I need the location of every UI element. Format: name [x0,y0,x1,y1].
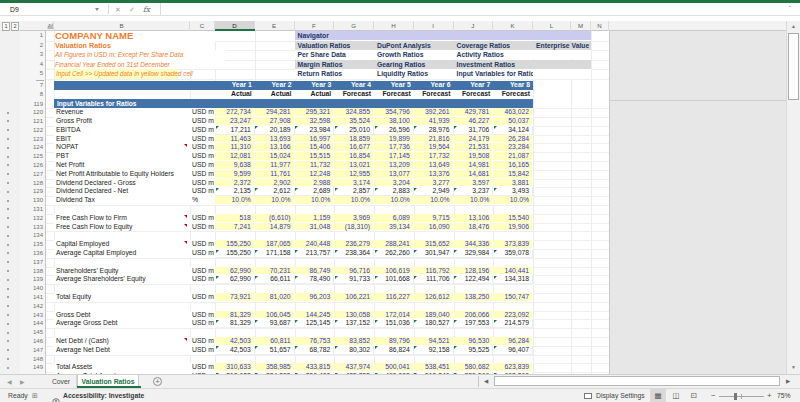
cell-143-y2[interactable]: 106,045 [255,311,295,320]
row-144-unit[interactable]: USD m [190,319,215,328]
cell-149-y7[interactable]: 580,682 [454,363,494,372]
cell-125-y1[interactable]: 12,081 [215,152,255,161]
cell-121-y4[interactable]: 35,524 [334,117,374,126]
cell-130-y2[interactable]: 10.0% [255,196,295,205]
cell-129-y1[interactable]: 2,135 [215,187,255,196]
cell-135-y5[interactable]: 288,241 [374,240,414,249]
cell-133-y5[interactable]: 39,134 [374,223,414,232]
cell-128-y5[interactable]: 3,204 [374,179,414,188]
cell-136-y6[interactable]: 301,947 [414,249,454,258]
cell-123-y6[interactable]: 21,816 [414,135,454,144]
row-number-123[interactable]: 123 [20,135,43,144]
cell-122-y7[interactable]: 31,706 [454,126,494,135]
column-header-I[interactable]: I [414,21,454,31]
cell-128-y8[interactable]: 3,881 [493,179,533,188]
row-number-148[interactable]: 148 [20,355,43,364]
cell-146-y5[interactable]: 89,796 [374,337,414,346]
cell-124-y1[interactable]: 11,310 [215,143,255,152]
row-141-label[interactable]: Total Equity [54,293,190,302]
cell-127-y4[interactable]: 12,955 [334,170,374,179]
cell-127-y5[interactable]: 13,077 [374,170,414,179]
cell-147-y1[interactable]: 42,503 [215,346,255,355]
cell-141-y1[interactable]: 73,921 [215,293,255,302]
cell-124-y6[interactable]: 19,564 [414,143,454,152]
hscroll-right-icon[interactable]: ▶ [786,378,790,384]
cell-149-y4[interactable]: 437,974 [334,363,374,372]
cell-128-y3[interactable]: 2,988 [295,179,335,188]
cell-129-y4[interactable]: 2,857 [334,187,374,196]
row-120-label[interactable]: Revenue [54,108,190,117]
row-number-121[interactable]: 121 [20,117,43,126]
cell-139-y4[interactable]: 91,733 [334,275,374,284]
cell-139-y8[interactable]: 134,318 [493,275,533,284]
row-123-unit[interactable]: USD m [190,135,215,144]
row-number-125[interactable]: 125 [20,152,43,161]
row-144-label[interactable]: Average Gross Debt [54,319,190,328]
formula-bar-expand-icon[interactable]: ˆ [789,5,791,11]
cell-120-y4[interactable]: 324,855 [334,108,374,117]
cell-124-y5[interactable]: 17,736 [374,143,414,152]
row-139-unit[interactable]: USD m [190,275,215,284]
row-number-138[interactable]: 138 [20,267,43,276]
row-147-label[interactable]: Average Net Debt [54,346,190,355]
new-sheet-button[interactable]: + [153,377,162,386]
nav-link-activity-ratios[interactable]: Activity Ratios [454,50,534,59]
cell-120-y1[interactable]: 272,734 [215,108,255,117]
cell-146-y3[interactable]: 76,753 [295,337,335,346]
cell-125-y6[interactable]: 17,732 [414,152,454,161]
cell-138-y6[interactable]: 116,792 [414,267,454,276]
row-141-unit[interactable]: USD m [190,293,215,302]
select-all-corner[interactable] [47,23,53,29]
cell-141-y5[interactable]: 116,227 [374,293,414,302]
row-121-unit[interactable]: USD m [190,117,215,126]
row-number-140[interactable]: 140 [20,284,43,293]
row-146-label[interactable]: Net Debt / (Cash) [54,337,190,346]
cell-132-y6[interactable]: 9,715 [414,214,454,223]
outline-level-button-2[interactable]: 2 [11,22,19,31]
row-143-label[interactable]: Gross Debt [54,311,190,320]
cell-132-y4[interactable]: 3,969 [334,214,374,223]
cell-143-y6[interactable]: 189,040 [414,311,454,320]
cell-149-y2[interactable]: 358,985 [255,363,295,372]
cell-123-y3[interactable]: 16,997 [295,135,335,144]
hscroll-left-icon[interactable]: ◀ [484,378,488,384]
row-number-145[interactable]: 145 [20,328,43,337]
row-133-label[interactable]: Free Cash Flow to Equity [54,223,190,232]
cell-127-y2[interactable]: 11,761 [255,170,295,179]
row-number-2[interactable]: 2 [20,41,43,50]
nav-link-return-ratios[interactable]: Return Ratios [295,69,375,78]
scroll-down-icon[interactable]: ▼ [791,364,796,370]
cell-139-y2[interactable]: 66,611 [255,275,295,284]
cell-143-y1[interactable]: 81,329 [215,311,255,320]
cell-144-y6[interactable]: 180,527 [414,319,454,328]
view-normal-icon[interactable]: ▦ [650,389,666,402]
cell-138-y4[interactable]: 96,716 [334,267,374,276]
vertical-scrollbar[interactable]: ▲ ▼ [786,21,800,374]
cell-121-y3[interactable]: 32,598 [295,117,335,126]
cell-136-y1[interactable]: 155,250 [215,249,255,258]
cell-122-y4[interactable]: 25,010 [334,126,374,135]
cell-147-y3[interactable]: 68,782 [295,346,335,355]
cell-122-y6[interactable]: 28,976 [414,126,454,135]
column-header-C[interactable]: C [190,21,215,31]
cell-133-y3[interactable]: 31,048 [295,223,335,232]
cell-120-y3[interactable]: 295,321 [295,108,335,117]
cell-129-y2[interactable]: 2,612 [255,187,295,196]
cell-126-y6[interactable]: 13,649 [414,161,454,170]
cell-147-y7[interactable]: 95,525 [454,346,494,355]
cell-125-y8[interactable]: 21,087 [493,152,533,161]
row-number-126[interactable]: 126 [20,161,43,170]
cell-135-y2[interactable]: 187,065 [255,240,295,249]
cell-121-y6[interactable]: 41,939 [414,117,454,126]
cell-135-y7[interactable]: 344,336 [454,240,494,249]
cell-146-y4[interactable]: 83,852 [334,337,374,346]
cell-124-y2[interactable]: 13,166 [255,143,295,152]
cell-149-y5[interactable]: 500,041 [374,363,414,372]
cell-147-y4[interactable]: 80,302 [334,346,374,355]
cell-143-y7[interactable]: 206,066 [454,311,494,320]
row-number-147[interactable]: 147 [20,346,43,355]
cell-146-y8[interactable]: 96,284 [493,337,533,346]
row-121-label[interactable]: Gross Profit [54,117,190,126]
cell-132-y2[interactable]: (6,610) [255,214,295,223]
row-number-7[interactable]: 7 [20,81,43,90]
